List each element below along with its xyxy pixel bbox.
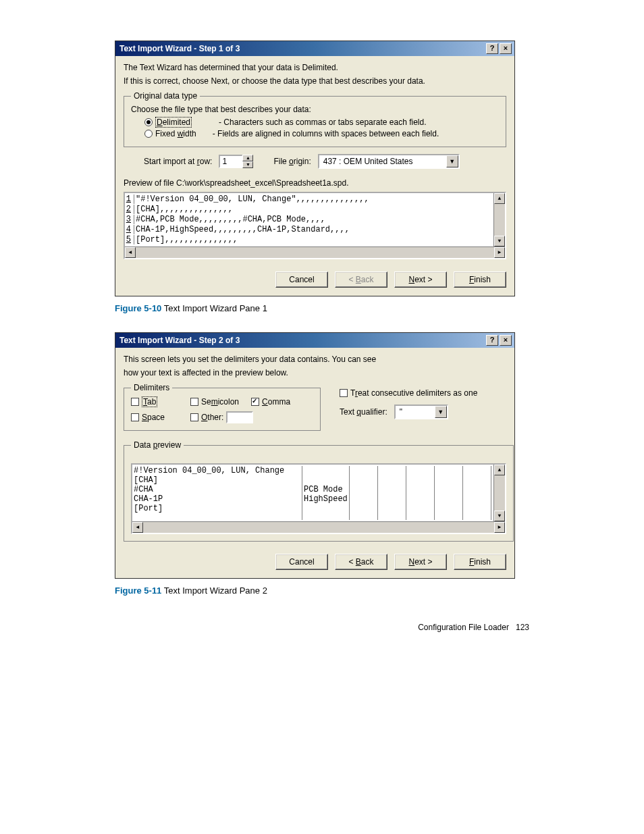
preview-line: 3#CHA,PCB Mode,,,,,,,,,#CHA,PCB Mode,,,, [125,215,493,225]
wizard-step1-dialog: Text Import Wizard - Step 1 of 3 ? × The… [115,41,515,296]
text-qualifier-combo[interactable]: " ▼ [394,405,448,419]
scroll-right-icon[interactable]: ► [494,522,505,533]
wizard-step2-dialog: Text Import Wizard - Step 2 of 3 ? × Thi… [115,332,515,579]
preview-line: 1"#!Version 04_00_00, LUN, Change",,,,,,… [125,194,493,205]
chevron-down-icon[interactable]: ▼ [435,406,447,418]
back-button[interactable]: < Back [335,554,387,570]
tab-label[interactable]: Tab [142,396,157,407]
preview-column: PCB ModeHighSpeed [304,466,350,520]
scroll-down-icon[interactable]: ▼ [494,511,505,521]
treat-consecutive-label[interactable]: Treat consecutive delimiters as one [350,388,477,398]
back-button: < Back [335,271,387,288]
intro-line2: If this is correct, choose Next, or choo… [124,76,506,86]
finish-button[interactable]: Finish [454,271,506,288]
preview-line: 2[CHA],,,,,,,,,,,,,,, [125,205,493,215]
start-row-spinner[interactable]: ▲ ▼ [219,155,253,168]
start-row-input[interactable] [219,155,243,168]
preview-column [436,466,463,520]
file-origin-value: 437 : OEM United States [319,157,446,166]
close-button[interactable]: × [500,335,512,346]
spin-up-icon[interactable]: ▲ [242,155,253,161]
scroll-down-icon[interactable]: ▼ [494,236,505,246]
help-button[interactable]: ? [486,43,498,54]
delimiters-legend: Delimiters [131,383,172,392]
figure-caption-2: Figure 5-11 Text Import Wizard Pane 2 [115,585,529,596]
preview-line: 4CHA-1P,HighSpeed,,,,,,,,,CHA-1P,Standar… [125,225,493,235]
semicolon-checkbox[interactable] [190,398,198,406]
other-input[interactable] [226,411,253,423]
delimited-desc: - Characters such as commas or tabs sepa… [219,118,426,127]
data-preview-legend: Data preview [131,440,184,450]
tab-checkbox[interactable] [131,398,139,406]
delimited-radio[interactable] [144,118,153,126]
scroll-up-icon[interactable]: ▲ [494,193,505,204]
preview-column [408,466,435,520]
start-row-label: Start import at row: [144,157,212,166]
dialog-title: Text Import Wizard - Step 1 of 3 [119,44,485,53]
close-button[interactable]: × [500,43,512,54]
preview-column: #!Version 04_00_00, LUN, Change[CHA]#CHA… [134,466,302,520]
comma-checkbox[interactable] [251,398,259,406]
text-qualifier-label: Text qualifier: [340,407,387,417]
data-preview-group: Data preview #!Version 04_00_00, LUN, Ch… [124,440,514,542]
page-footer: Configuration File Loader 123 [115,623,529,632]
delimiters-group: Delimiters Tab Semicolon Comma Space Oth… [124,383,321,431]
preview-column [379,466,406,520]
file-origin-combo[interactable]: 437 : OEM United States ▼ [318,154,460,169]
space-label[interactable]: Space [142,413,165,422]
preview-column [464,466,491,520]
help-button[interactable]: ? [486,335,498,346]
scroll-right-icon[interactable]: ► [494,247,505,258]
file-origin-label: File origin: [273,157,311,166]
intro-line1: The Text Wizard has determined that your… [124,63,506,72]
preview-line: 5[Port],,,,,,,,,,,,,,, [125,235,493,245]
text-qualifier-value: " [396,407,435,417]
finish-button[interactable]: Finish [454,554,506,570]
space-checkbox[interactable] [131,413,139,421]
fixed-width-radio[interactable] [144,130,153,138]
chevron-down-icon[interactable]: ▼ [446,155,458,167]
spin-down-icon[interactable]: ▼ [242,161,253,168]
next-button[interactable]: Next > [394,554,447,570]
scroll-left-icon[interactable]: ◄ [132,522,143,533]
delimited-label[interactable]: Delimited [155,117,192,128]
figure-caption-1: Figure 5-10 Text Import Wizard Pane 1 [115,303,529,313]
comma-label[interactable]: Comma [262,397,290,407]
dialog-title: Text Import Wizard - Step 2 of 3 [119,336,485,345]
semicolon-label[interactable]: Semicolon [201,397,239,407]
other-label[interactable]: Other: [201,413,223,422]
file-preview: 1"#!Version 04_00_00, LUN, Change",,,,,,… [124,192,506,259]
fixed-width-label[interactable]: Fixed width [155,129,196,138]
intro-line1: This screen lets you set the delimiters … [124,355,506,364]
data-preview: #!Version 04_00_00, LUN, Change[CHA]#CHA… [131,463,506,534]
fixed-width-desc: - Fields are aligned in columns with spa… [213,129,439,138]
preview-column [351,466,378,520]
next-button[interactable]: Next > [394,271,447,288]
scroll-left-icon[interactable]: ◄ [125,247,136,258]
scroll-up-icon[interactable]: ▲ [494,465,505,475]
choose-prompt: Choose the file type that best describes… [131,105,499,114]
preview-label: Preview of file C:\work\spreadsheet_exce… [124,178,506,188]
group-legend: Original data type [131,91,200,101]
intro-line2: how your text is affected in the preview… [124,368,506,377]
original-data-type-group: Original data type Choose the file type … [124,91,506,147]
treat-consecutive-checkbox[interactable] [340,389,348,397]
other-checkbox[interactable] [190,413,198,421]
cancel-button[interactable]: Cancel [275,271,328,288]
cancel-button[interactable]: Cancel [275,554,328,570]
